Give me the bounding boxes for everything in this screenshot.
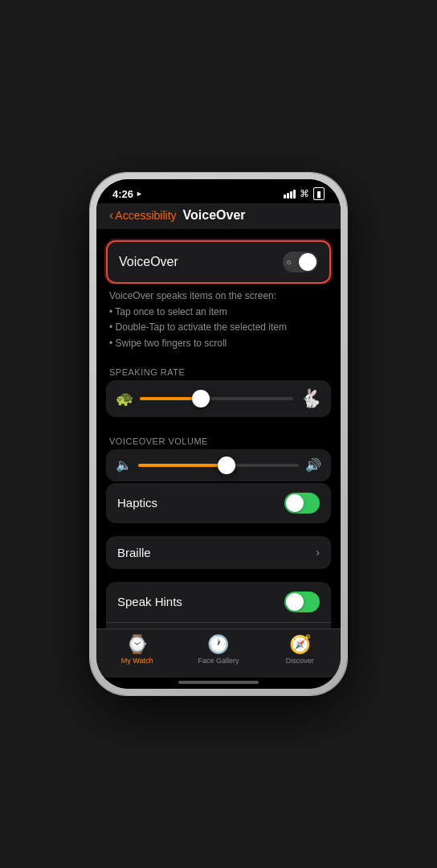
voiceover-volume-slider[interactable] — [138, 457, 299, 473]
voiceover-label: VoiceOver — [119, 255, 178, 269]
toggle-off-label: O — [287, 260, 291, 265]
speak-hints-toggle[interactable]: I — [284, 592, 320, 612]
haptics-label: Haptics — [117, 496, 157, 510]
home-bar — [178, 681, 259, 684]
home-indicator — [96, 678, 341, 689]
chevron-left-icon: ‹ — [109, 208, 113, 223]
tab-face-gallery[interactable]: 🕐 Face Gallery — [178, 634, 259, 665]
location-icon: ► — [136, 190, 143, 198]
braille-label: Braille — [117, 546, 151, 559]
my-watch-icon: ⌚ — [126, 634, 148, 655]
braille-card: Braille › — [106, 536, 331, 569]
chevron-right-icon: › — [316, 546, 320, 559]
more-settings-card: Speak Hints I Digital Crown Navigation O… — [106, 582, 331, 628]
haptics-row[interactable]: Haptics I — [106, 483, 331, 523]
toggle-knob — [299, 253, 317, 271]
discover-label: Discover — [286, 657, 314, 665]
braille-right: › — [316, 546, 320, 559]
back-label[interactable]: Accessibility — [115, 209, 176, 222]
slow-turtle-icon: 🐢 — [116, 390, 133, 407]
speaking-rate-label: SPEAKING RATE — [96, 361, 341, 380]
wifi-icon: ⌘ — [300, 188, 309, 199]
haptics-card: Haptics I — [106, 483, 331, 523]
voiceover-description: VoiceOver speaks items on the screen: • … — [96, 284, 341, 361]
tab-bar: ⌚ My Watch 🕐 Face Gallery 🧭 Discover — [96, 628, 341, 678]
discover-icon: 🧭 — [289, 634, 311, 655]
description-item-1: • Tap once to select an item — [109, 305, 328, 320]
face-gallery-icon: 🕐 — [207, 634, 229, 655]
volume-high-icon: 🔊 — [305, 457, 321, 473]
my-watch-label: My Watch — [121, 657, 153, 665]
description-item-3: • Swipe two fingers to scroll — [109, 336, 328, 351]
description-item-2: • Double-Tap to activate the selected it… — [109, 320, 328, 335]
volume-slider-fill — [138, 464, 227, 467]
tab-discover[interactable]: 🧭 Discover — [259, 634, 341, 665]
face-gallery-label: Face Gallery — [198, 657, 239, 665]
content-area[interactable]: VoiceOver O VoiceOver speaks items on th… — [96, 229, 341, 628]
fast-turtle-icon: 🐇 — [300, 388, 321, 409]
phone-screen: 4:26 ► ⌘ ▮ ‹ Accessibility VoiceOver — [96, 179, 341, 689]
back-button[interactable]: ‹ Accessibility — [109, 208, 177, 223]
volume-slider-knob[interactable] — [218, 457, 235, 474]
speak-hints-row[interactable]: Speak Hints I — [106, 582, 331, 623]
volume-low-icon: 🔈 — [116, 457, 132, 473]
digital-crown-row[interactable]: Digital Crown Navigation O — [106, 623, 331, 628]
description-title: VoiceOver speaks items on the screen: — [109, 290, 328, 301]
battery-icon: ▮ — [313, 187, 325, 200]
speaking-rate-slider-row[interactable]: 🐢 🐇 — [106, 380, 331, 417]
haptics-on-label: I — [288, 500, 290, 506]
status-right: ⌘ ▮ — [284, 187, 325, 200]
nav-header: ‹ Accessibility VoiceOver — [96, 203, 341, 229]
speak-hints-on-label: I — [288, 599, 290, 604]
slider-track — [140, 397, 293, 400]
phone-frame: 4:26 ► ⌘ ▮ ‹ Accessibility VoiceOver — [90, 173, 347, 695]
speaking-rate-slider[interactable] — [140, 391, 293, 407]
slider-knob[interactable] — [192, 390, 210, 407]
voiceover-toggle-row[interactable]: VoiceOver O — [106, 240, 331, 284]
voiceover-volume-slider-row[interactable]: 🔈 🔊 — [106, 449, 331, 481]
haptics-toggle[interactable]: I — [284, 493, 320, 514]
braille-row[interactable]: Braille › — [106, 536, 331, 569]
signal-bars — [284, 190, 296, 199]
status-time: 4:26 ► — [112, 188, 143, 200]
tab-my-watch[interactable]: ⌚ My Watch — [96, 634, 178, 665]
voiceover-volume-label: VOICEOVER VOLUME — [96, 430, 341, 449]
status-bar: 4:26 ► ⌘ ▮ — [96, 179, 341, 203]
voiceover-toggle[interactable]: O — [283, 252, 318, 272]
page-title: VoiceOver — [183, 208, 246, 223]
speak-hints-label: Speak Hints — [117, 595, 182, 608]
